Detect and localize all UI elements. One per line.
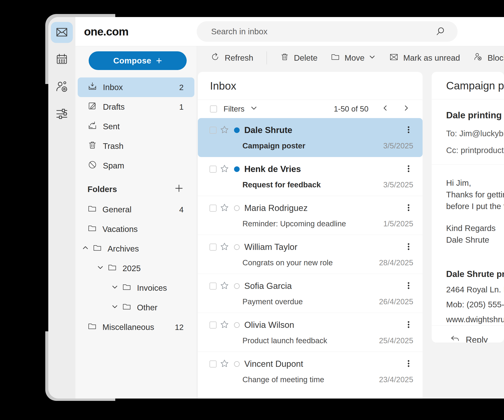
sidebar-item-inbox[interactable]: Inbox 2 <box>78 78 194 97</box>
message-from: Dale printing <box>446 110 504 120</box>
main-column: one.com Compose + Inbox <box>75 17 504 399</box>
kebab-menu-icon[interactable] <box>404 320 413 330</box>
message-cc: Cc: printproduct <box>446 146 504 155</box>
folder-item-other[interactable]: Other <box>78 298 194 317</box>
row-checkbox[interactable] <box>210 205 216 212</box>
sender-name: Henk de Vries <box>244 164 301 174</box>
toolbar-divider <box>266 51 267 64</box>
move-button[interactable]: Move <box>331 52 376 63</box>
select-all-checkbox[interactable] <box>210 105 217 113</box>
row-checkbox[interactable] <box>210 360 216 367</box>
row-checkbox[interactable] <box>210 244 216 251</box>
folder-item-invoices[interactable]: Invoices <box>78 278 194 298</box>
folder-item-miscellaneous[interactable]: Miscellaneous 12 <box>78 317 194 337</box>
star-icon[interactable] <box>220 164 229 174</box>
message-to: To: Jim@luckybi <box>446 129 504 138</box>
folder-item-2025[interactable]: 2025 <box>78 258 194 278</box>
mailbox-nav: Inbox 2 Drafts 1 Sent <box>75 78 197 175</box>
rail-settings-button[interactable] <box>51 104 73 125</box>
chevron-down-icon[interactable] <box>111 283 119 293</box>
email-date: 23/4/2025 <box>379 375 413 384</box>
chevron-down-icon[interactable] <box>111 303 119 312</box>
star-icon[interactable] <box>220 242 229 252</box>
chevron-down-icon[interactable] <box>250 104 258 114</box>
sidebar-item-spam[interactable]: Spam <box>78 156 194 175</box>
email-row[interactable]: Olivia Wilson Product launch feedback 25… <box>198 313 423 352</box>
block-sender-button[interactable]: Block sender <box>473 52 504 64</box>
unread-indicator <box>234 127 240 133</box>
email-row[interactable]: Henk de Vries Request for feedback 3/5/2… <box>198 157 423 196</box>
email-row[interactable]: William Taylor Congrats on your new role… <box>198 235 423 274</box>
signature-address: 2464 Royal Ln. Mes <box>446 284 504 295</box>
calendar-icon <box>55 53 69 67</box>
sender-name: Maria Rodriguez <box>244 203 307 213</box>
email-row[interactable]: Maria Rodriguez Reminder: Upcoming deadl… <box>198 196 423 235</box>
folder-item-vacations[interactable]: Vacations <box>78 219 194 239</box>
compose-label: Compose <box>113 56 151 65</box>
sidebar-item-sent[interactable]: Sent <box>78 117 194 136</box>
row-checkbox[interactable] <box>210 322 216 329</box>
star-icon[interactable] <box>220 359 229 369</box>
signature-mobile: Mob: (205) 555-010 <box>446 299 504 310</box>
folder-item-archives[interactable]: Archives <box>78 239 194 258</box>
folder-item-general[interactable]: General 4 <box>78 200 194 219</box>
email-date: 28/4/2025 <box>379 258 413 267</box>
row-checkbox[interactable] <box>210 282 216 290</box>
mark-as-unread-button[interactable]: Mark as unread <box>389 52 460 63</box>
compose-button[interactable]: Compose + <box>89 51 187 70</box>
reading-pane: Campaign p Dale printing To: Jim@luckybi… <box>432 72 504 342</box>
logo-area: one.com <box>75 25 197 38</box>
row-checkbox[interactable] <box>210 166 216 173</box>
folder-icon <box>331 52 340 63</box>
sender-name: William Taylor <box>244 242 298 252</box>
reply-button[interactable]: Reply <box>450 334 488 342</box>
prev-page-button[interactable] <box>381 104 390 114</box>
search-input[interactable] <box>211 27 432 36</box>
email-row[interactable]: Dale Shrute Campaign poster 3/5/2025 <box>198 118 423 157</box>
sidebar-item-label: Spam <box>103 161 124 170</box>
star-icon[interactable] <box>220 281 229 291</box>
signature-website: www.dwightshrute <box>446 314 504 325</box>
folder-icon <box>88 223 97 235</box>
top-header: one.com <box>75 17 504 46</box>
refresh-button[interactable]: Refresh <box>210 52 253 64</box>
cards-area: Inbox Filters 1-50 of 50 <box>197 70 504 399</box>
kebab-menu-icon[interactable] <box>404 359 413 369</box>
email-row[interactable]: Vincent Dupont Change of meeting time 23… <box>198 352 423 391</box>
email-subject: Request for feedback <box>242 180 321 189</box>
add-folder-button[interactable] <box>174 184 184 195</box>
delete-button[interactable]: Delete <box>280 52 318 63</box>
mail-icon <box>55 25 69 40</box>
refresh-icon <box>210 52 220 64</box>
sender-name: Vincent Dupont <box>244 359 303 369</box>
rail-contacts-button[interactable] <box>51 77 73 97</box>
read-indicator <box>234 283 240 289</box>
search-bar[interactable] <box>197 21 458 42</box>
row-checkbox[interactable] <box>210 127 216 134</box>
app-rail <box>48 17 75 399</box>
sidebar-item-drafts[interactable]: Drafts 1 <box>78 97 194 117</box>
search-icon[interactable] <box>435 26 445 38</box>
folder-icon <box>88 322 97 333</box>
star-icon[interactable] <box>220 125 229 135</box>
rail-calendar-button[interactable] <box>51 49 73 70</box>
star-icon[interactable] <box>220 203 229 213</box>
kebab-menu-icon[interactable] <box>404 281 413 291</box>
sidebar-item-trash[interactable]: Trash <box>78 136 194 156</box>
kebab-menu-icon[interactable] <box>404 164 413 174</box>
filters-label[interactable]: Filters <box>223 105 245 113</box>
star-icon[interactable] <box>220 320 229 330</box>
kebab-menu-icon[interactable] <box>404 125 413 135</box>
plus-icon: + <box>156 55 162 66</box>
kebab-menu-icon[interactable] <box>404 242 413 252</box>
email-date: 1/5/2025 <box>383 219 413 228</box>
next-page-button[interactable] <box>402 104 410 114</box>
folders-header: Folders <box>78 179 194 200</box>
chevron-down-icon[interactable] <box>96 264 104 273</box>
email-row[interactable]: Sofia Garcia Payment overdue 26/4/2025 <box>198 274 423 313</box>
contacts-icon <box>55 80 69 94</box>
kebab-menu-icon[interactable] <box>404 203 413 213</box>
chevron-up-icon[interactable] <box>81 244 89 254</box>
rail-mail-button[interactable] <box>51 22 73 43</box>
content-row: Compose + Inbox 2 Drafts 1 <box>75 46 504 399</box>
